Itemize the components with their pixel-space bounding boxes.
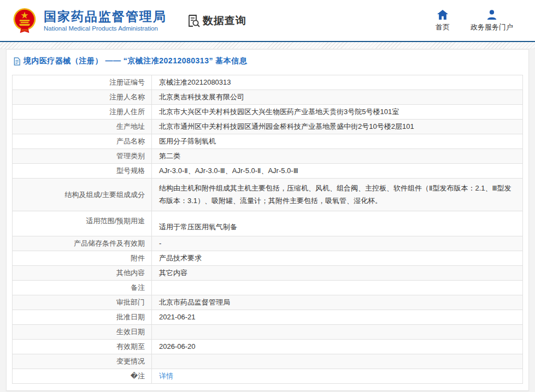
data-query-nav[interactable]: 数据查询 [186, 14, 246, 28]
row-value: AJr-3.0-Ⅱ、AJr-3.0-Ⅲ、AJr-5.0-Ⅱ、AJr-5.0-Ⅲ [152, 164, 523, 179]
row-label: 附件 [13, 251, 152, 265]
table-row: 附件 产品技术要求 [13, 251, 523, 265]
row-label: 有效期至 [13, 339, 152, 354]
data-query-icon [186, 14, 201, 28]
table-row: 管理类别 第二类 [13, 149, 523, 164]
nav-portal-label: 政务服务门户 [471, 22, 513, 32]
row-label: 其他内容 [13, 265, 152, 280]
row-label: 变更情况 [13, 354, 152, 369]
page-title-bar: 境内医疗器械（注册） —— “京械注准20212080313” 基本信息 [12, 54, 523, 70]
row-label: 生产地址 [13, 120, 152, 134]
table-row: 有效期至 2026-06-20 [13, 339, 523, 354]
table-row: 产品储存条件及有效期 - [13, 236, 523, 251]
row-value: 2026-06-20 [152, 339, 523, 354]
hatch-band [0, 42, 535, 49]
row-value: 结构由主机和附件组成其主机主要包括，压缩机、风机、组合阀、主控板、软件组件（Ⅱ型… [152, 179, 523, 211]
nav-portal[interactable]: 政务服务门户 [471, 9, 513, 32]
table-row: 审批部门 北京市药品监督管理局 [13, 295, 523, 310]
row-label: �注 [13, 369, 152, 383]
row-label: 管理类别 [13, 149, 152, 164]
nav-home[interactable]: 首页 [436, 9, 450, 32]
row-label: 备注 [13, 280, 152, 295]
row-value: 北京奥吉科技发展有限公司 [152, 90, 523, 105]
row-label: 结构及组成/主要组成成分 [13, 179, 152, 211]
row-label: 型号规格 [13, 164, 152, 179]
row-value: 北京市药品监督管理局 [152, 295, 523, 310]
table-row: 适用范围/预期用途 适用于常压医用氧气制备 [13, 211, 523, 236]
org-title-block: 国家药品监督管理局 National Medical Products Admi… [44, 9, 167, 31]
row-label: 适用范围/预期用途 [13, 211, 152, 236]
table-row: �注 详情 [13, 369, 523, 383]
table-row: 产品名称 医用分子筛制氧机 [13, 134, 523, 149]
row-label: 注册人住所 [13, 105, 152, 120]
table-row: 结构及组成/主要组成成分 结构由主机和附件组成其主机主要包括，压缩机、风机、组合… [13, 179, 523, 211]
row-value: 京械注准20212080313 [152, 75, 523, 90]
table-row: 注册人名称 北京奥吉科技发展有限公司 [13, 90, 523, 105]
row-value: 详情 [152, 369, 523, 383]
document-icon [13, 57, 21, 66]
row-label: 产品名称 [13, 134, 152, 149]
row-label: 注册人名称 [13, 90, 152, 105]
row-label: 产品储存条件及有效期 [13, 236, 152, 251]
info-table-body: 注册证编号 京械注准20212080313 注册人名称 北京奥吉科技发展有限公司… [13, 75, 523, 384]
row-label: 批准日期 [13, 310, 152, 324]
home-icon [437, 9, 449, 20]
content-panel: 境内医疗器械（注册） —— “京械注准20212080313” 基本信息 注册证… [6, 49, 529, 391]
row-value [152, 280, 523, 295]
table-row: 变更情况 [13, 354, 523, 369]
nav-home-label: 首页 [436, 22, 450, 32]
table-row: 生效日期 [13, 324, 523, 339]
data-query-label: 数据查询 [203, 14, 246, 28]
user-icon [486, 9, 498, 20]
table-row: 批准日期 2021-06-21 [13, 310, 523, 324]
row-value: - [152, 236, 523, 251]
page-title: 境内医疗器械（注册） —— “京械注准20212080313” 基本信息 [23, 56, 247, 66]
row-value: 第二类 [152, 149, 523, 164]
table-row: 其他内容 其它内容 [13, 265, 523, 280]
org-name-en: National Medical Products Administration [44, 25, 167, 32]
site-header: 国家药品监督管理局 National Medical Products Admi… [0, 0, 535, 41]
detail-link[interactable]: 详情 [159, 372, 173, 380]
row-value: 2021-06-21 [152, 310, 523, 324]
row-label: 审批部门 [13, 295, 152, 310]
registration-info-table: 注册证编号 京械注准20212080313 注册人名称 北京奥吉科技发展有限公司… [12, 75, 523, 384]
org-name-cn: 国家药品监督管理局 [44, 9, 167, 23]
row-value: 医用分子筛制氧机 [152, 134, 523, 149]
table-row: 型号规格 AJr-3.0-Ⅱ、AJr-3.0-Ⅲ、AJr-5.0-Ⅱ、AJr-5… [13, 164, 523, 179]
table-row: 备注 [13, 280, 523, 295]
row-value: 北京市大兴区中关村科技园区大兴生物医药产业基地天贵街3号院5号楼101室 [152, 105, 523, 120]
row-value: 产品技术要求 [152, 251, 523, 265]
row-value: 其它内容 [152, 265, 523, 280]
table-row: 生产地址 北京市通州区中关村科技园区通州园金桥科技产业基地景盛中街2号10号楼2… [13, 120, 523, 134]
row-value [152, 324, 523, 339]
row-value [152, 354, 523, 369]
row-label: 生效日期 [13, 324, 152, 339]
row-value: 适用于常压医用氧气制备 [152, 211, 523, 236]
row-label: 注册证编号 [13, 75, 152, 90]
row-value: 北京市通州区中关村科技园区通州园金桥科技产业基地景盛中街2号10号楼2层101 [152, 120, 523, 134]
table-row: 注册证编号 京械注准20212080313 [13, 75, 523, 90]
table-row: 注册人住所 北京市大兴区中关村科技园区大兴生物医药产业基地天贵街3号院5号楼10… [13, 105, 523, 120]
national-emblem-logo [12, 8, 37, 35]
